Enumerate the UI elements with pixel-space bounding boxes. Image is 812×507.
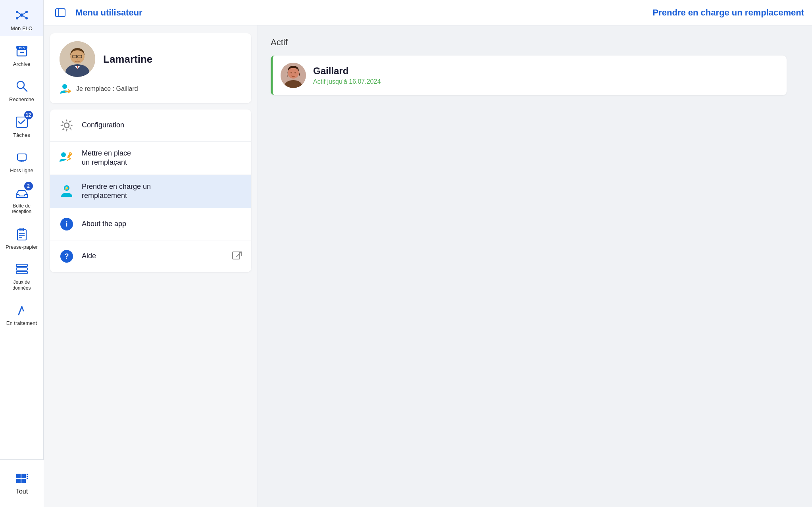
svg-line-27 bbox=[19, 307, 22, 315]
svg-rect-24 bbox=[16, 264, 27, 267]
help-icon: ? bbox=[58, 248, 75, 265]
inbox-icon: 2 bbox=[12, 183, 31, 202]
replacement-name: Gaillard bbox=[313, 65, 779, 77]
svg-rect-34 bbox=[27, 474, 28, 475]
sidebar-item-presse-papier[interactable]: Presse-papier bbox=[0, 219, 43, 254]
left-panel: Lamartine Je remplace : Gaillard bbox=[44, 25, 258, 507]
sidebar-label-taches: Tâches bbox=[13, 132, 30, 138]
grid-icon bbox=[15, 472, 29, 488]
svg-line-7 bbox=[17, 15, 22, 18]
sidebar-item-mon-elo[interactable]: Mon ELO bbox=[0, 0, 43, 36]
external-link-icon bbox=[231, 250, 243, 263]
info-icon: i bbox=[58, 215, 75, 233]
main-content: Menu utilisateur Prendre en charge un re… bbox=[44, 0, 812, 507]
topbar-title: Menu utilisateur bbox=[75, 8, 142, 18]
svg-rect-16 bbox=[17, 154, 26, 160]
user-replace-row: Je remplace : Gaillard bbox=[60, 83, 242, 95]
taches-badge: 12 bbox=[24, 111, 33, 119]
svg-rect-33 bbox=[21, 479, 26, 483]
delegate-icon bbox=[58, 149, 75, 167]
sidebar-item-tout[interactable]: Tout bbox=[0, 459, 44, 507]
replacement-card[interactable]: Gaillard Actif jusqu'à 16.07.2024 bbox=[271, 56, 787, 95]
menu-item-prendre-en-charge[interactable]: 🔑 Prendre en charge unremplacement bbox=[50, 175, 251, 208]
menu-label-prendre-en-charge: Prendre en charge unremplacement bbox=[82, 182, 243, 201]
menu-label-about: About the app bbox=[82, 219, 243, 229]
replace-text: Je remplace : Gaillard bbox=[76, 85, 138, 92]
svg-point-45 bbox=[62, 84, 67, 89]
svg-rect-26 bbox=[16, 271, 27, 274]
svg-text:ELO: ELO bbox=[19, 46, 25, 49]
sidebar-label-archive: Archive bbox=[13, 61, 30, 67]
right-panel: Actif bbox=[258, 25, 812, 507]
menu-list: Configuration bbox=[50, 109, 251, 272]
takeover-icon: 🔑 bbox=[58, 182, 75, 200]
svg-rect-32 bbox=[16, 479, 21, 483]
sidebar-label-recherche: Recherche bbox=[9, 96, 34, 103]
svg-point-63 bbox=[291, 72, 292, 73]
replace-user-icon bbox=[60, 83, 72, 95]
svg-point-29 bbox=[23, 310, 24, 311]
svg-text:?: ? bbox=[65, 252, 69, 260]
inbox-badge: 2 bbox=[24, 182, 33, 190]
svg-rect-25 bbox=[16, 268, 27, 270]
replacement-status: Actif jusqu'à 16.07.2024 bbox=[313, 78, 779, 85]
content-area: Lamartine Je remplace : Gaillard bbox=[44, 25, 812, 507]
menu-label-mettre-en-place: Mettre en placeun remplaçant bbox=[82, 149, 243, 167]
gear-icon bbox=[58, 117, 75, 134]
dataset-icon bbox=[12, 259, 31, 278]
menu-label-aide: Aide bbox=[82, 252, 224, 261]
svg-rect-36 bbox=[27, 478, 28, 479]
clipboard-icon bbox=[12, 224, 31, 243]
svg-line-14 bbox=[23, 88, 27, 91]
sidebar-label-hors-ligne: Hors ligne bbox=[10, 167, 33, 174]
svg-point-62 bbox=[288, 67, 299, 79]
svg-line-5 bbox=[17, 12, 22, 15]
sidebar-item-en-traitement[interactable]: En traitement bbox=[0, 295, 43, 330]
svg-rect-58 bbox=[233, 252, 240, 259]
svg-line-6 bbox=[22, 12, 27, 15]
sidebar-item-jeux-donnees[interactable]: Jeux dedonnées bbox=[0, 254, 43, 295]
replacement-avatar bbox=[281, 63, 306, 88]
search-icon bbox=[12, 77, 31, 96]
sidebar-item-hors-ligne[interactable]: Hors ligne bbox=[0, 142, 43, 178]
svg-point-49 bbox=[61, 152, 66, 157]
sidebar-label-en-traitement: En traitement bbox=[6, 320, 37, 326]
svg-line-59 bbox=[237, 252, 241, 257]
sidebar-label-boite: Boîte deréception bbox=[12, 203, 31, 215]
menu-item-aide[interactable]: ? Aide bbox=[50, 240, 251, 272]
svg-rect-37 bbox=[56, 9, 65, 17]
archive-icon: ELO bbox=[12, 41, 31, 60]
sidebar-item-taches[interactable]: 12 Tâches bbox=[0, 107, 43, 142]
svg-rect-35 bbox=[27, 476, 28, 477]
svg-text:i: i bbox=[65, 220, 67, 228]
section-title-actif: Actif bbox=[271, 37, 799, 48]
svg-point-64 bbox=[294, 72, 296, 73]
sidebar-label-tout: Tout bbox=[16, 488, 28, 495]
sidebar-toggle-button[interactable] bbox=[52, 4, 69, 21]
sidebar-item-archive[interactable]: ELO Archive bbox=[0, 36, 43, 71]
processing-icon bbox=[12, 300, 31, 319]
sidebar-item-recherche[interactable]: Recherche bbox=[0, 71, 43, 107]
offline-icon bbox=[12, 148, 31, 167]
tasks-icon: 12 bbox=[12, 112, 31, 131]
sidebar-item-boite-reception[interactable]: 2 Boîte deréception bbox=[0, 178, 43, 219]
svg-point-48 bbox=[64, 123, 69, 128]
menu-label-configuration: Configuration bbox=[82, 121, 243, 130]
menu-item-mettre-en-place[interactable]: Mettre en placeun remplaçant bbox=[50, 142, 251, 175]
svg-rect-31 bbox=[21, 474, 26, 478]
user-card-top: Lamartine bbox=[60, 41, 242, 77]
topbar: Menu utilisateur Prendre en charge un re… bbox=[44, 0, 812, 25]
svg-text:🔑: 🔑 bbox=[65, 186, 69, 190]
svg-line-8 bbox=[22, 15, 27, 18]
menu-item-configuration[interactable]: Configuration bbox=[50, 109, 251, 142]
user-card: Lamartine Je remplace : Gaillard bbox=[50, 33, 251, 103]
user-avatar bbox=[60, 41, 95, 77]
sidebar-label-jeux: Jeux dedonnées bbox=[12, 279, 31, 291]
network-icon bbox=[12, 6, 31, 25]
sidebar-label-mon-elo: Mon ELO bbox=[11, 25, 33, 32]
sidebar-label-presse: Presse-papier bbox=[6, 244, 38, 250]
menu-item-about-the-app[interactable]: i About the app bbox=[50, 208, 251, 240]
replacement-info: Gaillard Actif jusqu'à 16.07.2024 bbox=[313, 65, 779, 85]
user-name: Lamartine bbox=[103, 53, 152, 65]
svg-rect-30 bbox=[16, 474, 21, 478]
